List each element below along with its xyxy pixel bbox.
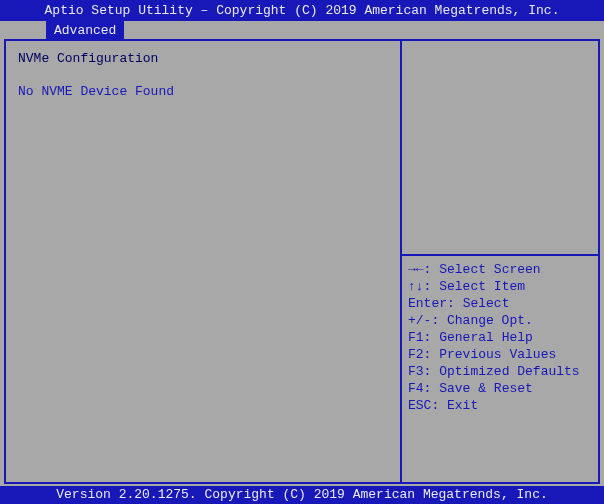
f1-key: F1 [408,329,424,346]
help-change-opt: +/-: Change Opt. [408,312,594,329]
help-f1: F1: General Help [408,329,594,346]
plus-minus-key: +/- [408,312,431,329]
help-text: Select Screen [439,262,540,277]
help-text: General Help [439,330,533,345]
help-f2: F2: Previous Values [408,346,594,363]
help-select-item: ↑↓: Select Item [408,278,594,295]
footer-bar: Version 2.20.1275. Copyright (C) 2019 Am… [0,486,604,504]
tab-row: Advanced [0,21,604,39]
help-text: Previous Values [439,347,556,362]
help-text: Change Opt. [447,313,533,328]
help-esc: ESC: Exit [408,397,594,414]
help-f3: F3: Optimized Defaults [408,363,594,380]
nvme-status: No NVME Device Found [18,84,388,99]
help-text: Optimized Defaults [439,364,579,379]
help-divider [402,254,598,256]
tab-advanced[interactable]: Advanced [46,21,124,39]
help-select-screen: →←: Select Screen [408,261,594,278]
tab-advanced-label: Advanced [54,23,116,38]
left-pane: NVMe Configuration No NVME Device Found [6,41,402,482]
title-bar: Aptio Setup Utility – Copyright (C) 2019… [0,0,604,21]
footer-text: Version 2.20.1275. Copyright (C) 2019 Am… [56,487,547,502]
help-text: Select Item [439,279,525,294]
section-title: NVMe Configuration [18,51,388,66]
arrows-ud-icon: ↑↓ [408,278,424,295]
esc-key: ESC [408,397,431,414]
arrows-lr-icon: →← [408,261,424,278]
help-text: Select [463,296,510,311]
right-pane: →←: Select Screen ↑↓: Select Item Enter:… [402,41,598,482]
help-f4: F4: Save & Reset [408,380,594,397]
help-select: Enter: Select [408,295,594,312]
help-text: Exit [447,398,478,413]
f4-key: F4 [408,380,424,397]
f3-key: F3 [408,363,424,380]
help-block: →←: Select Screen ↑↓: Select Item Enter:… [408,261,594,414]
help-text: Save & Reset [439,381,533,396]
title-text: Aptio Setup Utility – Copyright (C) 2019… [45,3,560,18]
f2-key: F2 [408,346,424,363]
content-frame: NVMe Configuration No NVME Device Found … [4,39,600,484]
enter-key: Enter [408,295,447,312]
